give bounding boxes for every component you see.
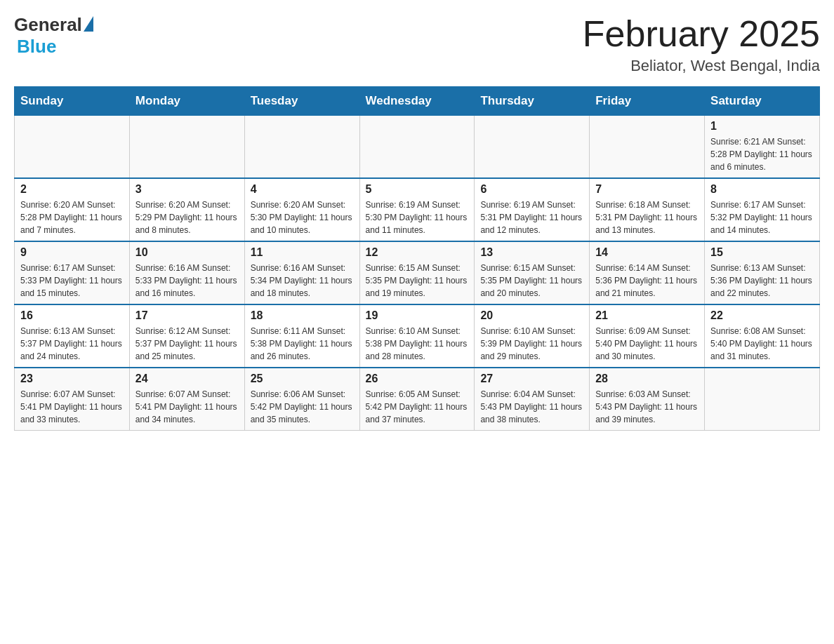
calendar-cell (244, 116, 359, 179)
day-number: 23 (20, 373, 124, 385)
weekday-header-monday: Monday (129, 87, 244, 116)
calendar-cell: 13Sunrise: 6:15 AM Sunset: 5:35 PM Dayli… (475, 241, 590, 304)
page-header: General Blue February 2025 Beliator, Wes… (14, 14, 820, 75)
day-number: 13 (480, 246, 583, 259)
day-number: 16 (20, 309, 124, 322)
day-number: 24 (135, 373, 239, 385)
day-info: Sunrise: 6:07 AM Sunset: 5:41 PM Dayligh… (135, 388, 239, 426)
weekday-header-saturday: Saturday (705, 87, 820, 116)
day-info: Sunrise: 6:19 AM Sunset: 5:30 PM Dayligh… (366, 199, 469, 236)
calendar-week-row: 9Sunrise: 6:17 AM Sunset: 5:33 PM Daylig… (15, 241, 820, 304)
day-info: Sunrise: 6:18 AM Sunset: 5:31 PM Dayligh… (595, 199, 699, 236)
day-info: Sunrise: 6:05 AM Sunset: 5:42 PM Dayligh… (366, 388, 469, 426)
calendar-cell: 6Sunrise: 6:19 AM Sunset: 5:31 PM Daylig… (475, 178, 590, 241)
day-number: 11 (251, 246, 354, 259)
calendar-table: SundayMondayTuesdayWednesdayThursdayFrid… (14, 86, 820, 431)
calendar-cell: 17Sunrise: 6:12 AM Sunset: 5:37 PM Dayli… (129, 304, 244, 368)
day-number: 21 (595, 309, 699, 322)
day-number: 2 (20, 183, 124, 196)
day-number: 10 (135, 246, 239, 259)
day-number: 20 (480, 309, 583, 322)
day-info: Sunrise: 6:20 AM Sunset: 5:29 PM Dayligh… (135, 199, 239, 236)
month-title: February 2025 (583, 14, 820, 54)
day-info: Sunrise: 6:11 AM Sunset: 5:38 PM Dayligh… (251, 325, 354, 363)
day-info: Sunrise: 6:19 AM Sunset: 5:31 PM Dayligh… (480, 199, 583, 236)
day-info: Sunrise: 6:13 AM Sunset: 5:36 PM Dayligh… (710, 262, 814, 300)
location-title: Beliator, West Bengal, India (583, 57, 820, 75)
day-info: Sunrise: 6:16 AM Sunset: 5:33 PM Dayligh… (135, 262, 239, 300)
day-info: Sunrise: 6:16 AM Sunset: 5:34 PM Dayligh… (251, 262, 354, 300)
day-number: 5 (366, 183, 469, 196)
calendar-cell: 2Sunrise: 6:20 AM Sunset: 5:28 PM Daylig… (15, 178, 130, 241)
day-number: 6 (480, 183, 583, 196)
day-number: 7 (595, 183, 699, 196)
logo-blue-text: Blue (17, 36, 56, 58)
calendar-cell: 28Sunrise: 6:03 AM Sunset: 5:43 PM Dayli… (590, 368, 705, 431)
day-info: Sunrise: 6:07 AM Sunset: 5:41 PM Dayligh… (20, 388, 124, 426)
calendar-week-row: 23Sunrise: 6:07 AM Sunset: 5:41 PM Dayli… (15, 368, 820, 431)
calendar-cell (705, 368, 820, 431)
day-info: Sunrise: 6:06 AM Sunset: 5:42 PM Dayligh… (251, 388, 354, 426)
logo: General Blue (14, 14, 93, 58)
calendar-cell (359, 116, 475, 179)
logo-triangle-icon (84, 16, 93, 32)
day-info: Sunrise: 6:20 AM Sunset: 5:30 PM Dayligh… (251, 199, 354, 236)
day-info: Sunrise: 6:12 AM Sunset: 5:37 PM Dayligh… (135, 325, 239, 363)
day-info: Sunrise: 6:20 AM Sunset: 5:28 PM Dayligh… (20, 199, 124, 236)
calendar-cell: 19Sunrise: 6:10 AM Sunset: 5:38 PM Dayli… (359, 304, 475, 368)
day-number: 28 (595, 373, 699, 385)
day-info: Sunrise: 6:09 AM Sunset: 5:40 PM Dayligh… (595, 325, 699, 363)
calendar-cell: 10Sunrise: 6:16 AM Sunset: 5:33 PM Dayli… (129, 241, 244, 304)
calendar-cell: 8Sunrise: 6:17 AM Sunset: 5:32 PM Daylig… (705, 178, 820, 241)
calendar-cell: 23Sunrise: 6:07 AM Sunset: 5:41 PM Dayli… (15, 368, 130, 431)
calendar-cell: 4Sunrise: 6:20 AM Sunset: 5:30 PM Daylig… (244, 178, 359, 241)
weekday-header-tuesday: Tuesday (244, 87, 359, 116)
weekday-header-sunday: Sunday (15, 87, 130, 116)
calendar-cell (590, 116, 705, 179)
day-number: 8 (710, 183, 814, 196)
calendar-cell: 27Sunrise: 6:04 AM Sunset: 5:43 PM Dayli… (475, 368, 590, 431)
title-block: February 2025 Beliator, West Bengal, Ind… (583, 14, 820, 75)
calendar-cell: 5Sunrise: 6:19 AM Sunset: 5:30 PM Daylig… (359, 178, 475, 241)
day-number: 25 (251, 373, 354, 385)
day-info: Sunrise: 6:08 AM Sunset: 5:40 PM Dayligh… (710, 325, 814, 363)
day-info: Sunrise: 6:03 AM Sunset: 5:43 PM Dayligh… (595, 388, 699, 426)
calendar-cell: 9Sunrise: 6:17 AM Sunset: 5:33 PM Daylig… (15, 241, 130, 304)
day-info: Sunrise: 6:21 AM Sunset: 5:28 PM Dayligh… (710, 135, 814, 173)
day-number: 17 (135, 309, 239, 322)
calendar-cell: 24Sunrise: 6:07 AM Sunset: 5:41 PM Dayli… (129, 368, 244, 431)
calendar-cell: 11Sunrise: 6:16 AM Sunset: 5:34 PM Dayli… (244, 241, 359, 304)
calendar-cell: 18Sunrise: 6:11 AM Sunset: 5:38 PM Dayli… (244, 304, 359, 368)
calendar-cell: 7Sunrise: 6:18 AM Sunset: 5:31 PM Daylig… (590, 178, 705, 241)
calendar-cell: 20Sunrise: 6:10 AM Sunset: 5:39 PM Dayli… (475, 304, 590, 368)
day-info: Sunrise: 6:15 AM Sunset: 5:35 PM Dayligh… (480, 262, 583, 300)
day-info: Sunrise: 6:15 AM Sunset: 5:35 PM Dayligh… (366, 262, 469, 300)
calendar-cell: 3Sunrise: 6:20 AM Sunset: 5:29 PM Daylig… (129, 178, 244, 241)
day-info: Sunrise: 6:10 AM Sunset: 5:39 PM Dayligh… (480, 325, 583, 363)
calendar-cell: 15Sunrise: 6:13 AM Sunset: 5:36 PM Dayli… (705, 241, 820, 304)
day-number: 1 (710, 120, 814, 133)
calendar-cell (129, 116, 244, 179)
calendar-cell: 12Sunrise: 6:15 AM Sunset: 5:35 PM Dayli… (359, 241, 475, 304)
calendar-cell (15, 116, 130, 179)
calendar-week-row: 2Sunrise: 6:20 AM Sunset: 5:28 PM Daylig… (15, 178, 820, 241)
day-number: 26 (366, 373, 469, 385)
calendar-cell: 1Sunrise: 6:21 AM Sunset: 5:28 PM Daylig… (705, 116, 820, 179)
calendar-cell: 16Sunrise: 6:13 AM Sunset: 5:37 PM Dayli… (15, 304, 130, 368)
weekday-header-friday: Friday (590, 87, 705, 116)
calendar-cell: 26Sunrise: 6:05 AM Sunset: 5:42 PM Dayli… (359, 368, 475, 431)
day-info: Sunrise: 6:14 AM Sunset: 5:36 PM Dayligh… (595, 262, 699, 300)
logo-general-text: General (14, 14, 82, 36)
day-info: Sunrise: 6:17 AM Sunset: 5:33 PM Dayligh… (20, 262, 124, 300)
weekday-header-thursday: Thursday (475, 87, 590, 116)
day-info: Sunrise: 6:10 AM Sunset: 5:38 PM Dayligh… (366, 325, 469, 363)
weekday-header-row: SundayMondayTuesdayWednesdayThursdayFrid… (15, 87, 820, 116)
day-number: 18 (251, 309, 354, 322)
day-number: 12 (366, 246, 469, 259)
day-number: 3 (135, 183, 239, 196)
day-number: 22 (710, 309, 814, 322)
day-number: 9 (20, 246, 124, 259)
calendar-cell (475, 116, 590, 179)
calendar-cell: 14Sunrise: 6:14 AM Sunset: 5:36 PM Dayli… (590, 241, 705, 304)
calendar-week-row: 1Sunrise: 6:21 AM Sunset: 5:28 PM Daylig… (15, 116, 820, 179)
